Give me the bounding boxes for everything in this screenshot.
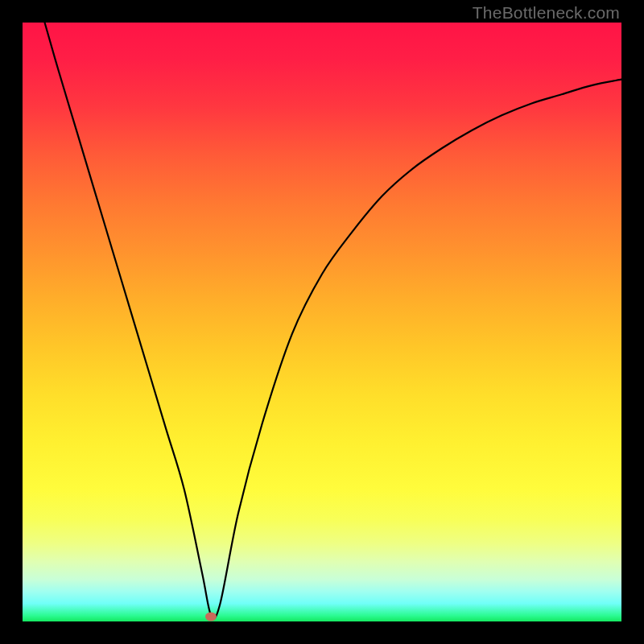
bottleneck-curve [45,23,621,618]
curve-layer [0,0,644,644]
watermark-text: TheBottleneck.com [473,3,620,23]
minimum-marker-dot [205,613,217,621]
